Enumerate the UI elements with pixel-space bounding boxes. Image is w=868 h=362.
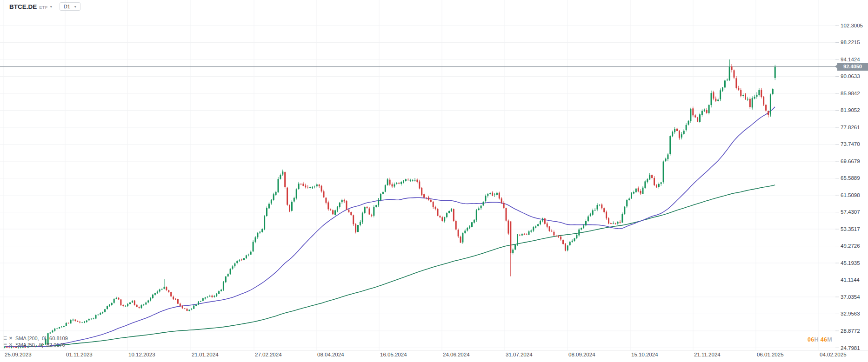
symbol-button[interactable]: BTCE.DE ETF ▾ (9, 3, 52, 10)
price-axis-label: 69.6679 (841, 158, 860, 165)
indicator-label: SMA [50, 0] (15, 342, 43, 348)
price-axis-label: 94.1424 (841, 56, 860, 63)
price-axis-label: 102.3005 (841, 22, 863, 29)
price-axis-label: 57.4307 (841, 209, 860, 215)
price-axis-label: 32.9563 (841, 310, 860, 317)
indicator-value: 82.0176 (47, 342, 65, 348)
price-axis-label: 73.7470 (841, 141, 860, 147)
timeframe-value: D1 (64, 4, 70, 9)
indicator-remove-icon[interactable]: ✕ (9, 336, 13, 341)
price-axis-label: 81.9052 (841, 107, 860, 113)
timeframe-select[interactable]: D1 ▾ (60, 2, 80, 11)
countdown-hours-unit: H (815, 336, 819, 343)
price-axis-label: 45.1935 (841, 260, 860, 266)
price-axis-label: 85.9842 (841, 90, 860, 97)
date-axis-label: 27.02.2024 (255, 352, 282, 357)
indicator-remove-icon[interactable]: ✕ (9, 342, 13, 347)
date-axis-label: 04.02.2025 (820, 352, 847, 357)
candlestick-chart[interactable] (0, 0, 868, 362)
price-axis-label: 98.2215 (841, 39, 860, 46)
sma-50-legend-row[interactable]: ☰ ✕ SMA [50, 0] 82.0176 (3, 342, 68, 348)
chevron-down-icon: ▾ (50, 5, 52, 9)
date-axis-label: 25.09.2023 (5, 352, 32, 357)
price-axis-label: 65.5889 (841, 175, 860, 181)
date-axis-label: 31.07.2024 (506, 352, 533, 357)
date-axis-label: 08.09.2024 (568, 352, 595, 357)
date-axis-label: 21.11.2024 (694, 352, 721, 357)
countdown-minutes-unit: M (827, 336, 832, 343)
symbol-name: BTCE.DE (9, 3, 37, 10)
price-axis-label: 90.0633 (841, 73, 860, 79)
indicator-value: 60.8109 (49, 336, 68, 341)
price-axis-label: 61.5098 (841, 192, 860, 198)
date-axis-label: 10.12.2023 (128, 352, 155, 357)
bar-close-countdown: 06H 46M (808, 336, 832, 343)
chevron-down-icon: ▾ (74, 5, 76, 9)
toolbar: BTCE.DE ETF ▾ D1 ▾ (9, 2, 80, 11)
date-axis-label: 21.01.2024 (192, 352, 219, 357)
price-axis-label: 77.8261 (841, 124, 860, 131)
countdown-hours: 06 (808, 336, 815, 343)
last-price-tag: 92.4050 (837, 63, 868, 71)
date-axis-label: 08.04.2024 (317, 352, 344, 357)
price-axis-label: 53.3517 (841, 226, 860, 232)
date-axis-label: 01.11.2023 (66, 352, 93, 357)
last-price-value: 92.4050 (843, 64, 862, 69)
indicator-settings-icon[interactable]: ☰ (3, 342, 7, 347)
price-axis-label: 37.0354 (841, 294, 860, 300)
price-axis-label: 28.8772 (841, 328, 860, 334)
price-axis-label: 49.2726 (841, 243, 860, 249)
indicator-settings-icon[interactable]: ☰ (3, 336, 7, 341)
sma-200-legend-row[interactable]: ☰ ✕ SMA [200, 0] 60.8109 (3, 335, 68, 342)
instrument-type-label: ETF (39, 5, 48, 10)
indicator-legend: ☰ ✕ SMA [200, 0] 60.8109 ☰ ✕ SMA [50, 0]… (3, 335, 68, 348)
date-axis-label: 24.06.2024 (443, 352, 470, 357)
date-axis-label: 15.10.2024 (631, 352, 658, 357)
countdown-minutes: 46 (821, 336, 828, 343)
date-axis-label: 06.01.2025 (757, 352, 784, 357)
indicator-label: SMA [200, 0] (15, 336, 46, 341)
date-axis-label: 16.05.2024 (380, 352, 407, 357)
price-axis-label: 24.7981 (841, 345, 860, 351)
price-axis-label: 41.1144 (841, 276, 860, 283)
